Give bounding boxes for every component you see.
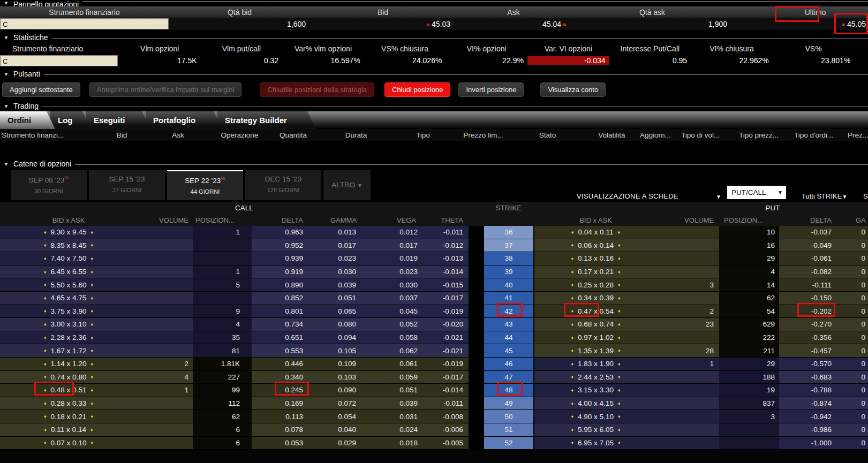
trading-col-10[interactable]: Aggiorn... [640,131,681,139]
trading-col-1[interactable]: Bid [102,131,142,139]
expiry-tab-dec-15-23[interactable]: DEC 15 '23128 GIORNI [245,170,321,200]
col-var-vi[interactable]: Var. VI opzioni [527,44,609,53]
put-volume-header[interactable]: VOLUME [651,216,719,224]
strike-cell[interactable]: 36 [484,226,533,239]
trading-col-9[interactable]: Volatilità [584,131,640,139]
expiry-tab-sep-22-23[interactable]: SEP 22 '23W44 GIORNI [167,170,243,200]
c-bid-ask-cell[interactable]: ♦3.00 x 3.10♦ [0,318,107,331]
col-strumento[interactable]: Strumento finanziario [0,44,119,53]
c-bid-ask-cell[interactable]: ♦0.18 x 0.21♦ [0,410,107,423]
c-bid-ask-cell[interactable]: ♦7.40 x 7.50♦ [0,252,107,265]
p-bid-ask-cell[interactable]: ♦0.34 x 0.39♦ [534,292,651,305]
col-qta-ask[interactable]: Qtà ask [572,8,733,17]
action-button-aggiungi-sottostante[interactable]: Aggiungi sottostante [2,82,80,97]
put-gamma-header[interactable]: GA [835,216,868,224]
trading-col-8[interactable]: Stato [511,131,584,139]
p-bid-ask-cell[interactable]: ♦5.95 x 6.05♦ [534,423,651,436]
c-bid-ask-cell[interactable]: ♦6.45 x 6.55♦ [0,265,107,278]
trading-col-7[interactable]: Prezzo lim... [455,131,511,139]
c-bid-ask-cell[interactable]: ♦4.65 x 4.75♦ [0,292,107,305]
action-button-inverti-posizione[interactable]: Inverti posizione [458,82,524,97]
putcall-filter-dropdown[interactable]: PUT/CALL ▼ [727,186,786,199]
p-bid-ask-cell[interactable]: ♦0.47 x 0.54♦ [534,305,651,318]
view-mode-dropdown-icon[interactable]: ▼ [716,194,721,200]
call-delta-header[interactable]: DELTA [252,216,308,224]
action-button-anteprima-ordine-verifica-im[interactable]: Anteprima ordine/verifica impatto sui ma… [89,82,242,97]
trading-col-13[interactable]: Tipo d'ordi... [794,131,848,139]
p-bid-ask-cell[interactable]: ♦0.25 x 0.28♦ [534,278,651,291]
p-bid-ask-cell[interactable]: ♦0.04 x 0.11♦ [534,226,651,239]
tab-ordini[interactable]: Ordini [0,111,55,129]
tab-log[interactable]: Log [50,111,91,129]
p-bid-ask-cell[interactable]: ♦0.13 x 0.16♦ [534,252,651,265]
last-price-value[interactable]: 45.05 [733,20,868,28]
trading-col-4[interactable]: Quantità [265,131,321,139]
c-bid-ask-cell[interactable]: ♦1.14 x 1.20♦ [0,358,107,370]
col-vs[interactable]: VS% [773,44,855,53]
collapse-triangle-icon[interactable]: ▼ [3,103,10,109]
trading-col-14[interactable]: Prez... [848,131,868,139]
collapse-triangle-icon[interactable]: ▼ [3,35,10,41]
strike-filter-dropdown[interactable]: Tutti STRIKE▼ [802,192,847,200]
collapse-triangle-icon[interactable]: ▼ [3,0,10,6]
strike-cell[interactable]: 42 [484,305,533,318]
strike-cell[interactable]: 48 [484,384,533,397]
symbol-input[interactable]: C [0,18,169,29]
strike-cell[interactable]: 40 [484,278,533,291]
trading-col-3[interactable]: Operazione [214,131,265,139]
call-volume-header[interactable]: VOLUME [107,216,193,224]
p-bid-ask-cell[interactable]: ♦4.00 x 4.15♦ [534,397,651,410]
c-bid-ask-cell[interactable]: ♦0.48 x 0.51♦ [0,384,107,397]
trading-col-6[interactable]: Tipo [391,131,455,139]
col-ask[interactable]: Ask [455,8,572,17]
strike-cell[interactable]: 44 [484,331,533,344]
col-vs-chiusura[interactable]: VS% chiusura [364,44,446,53]
trading-col-12[interactable]: Tipo prezz... [739,131,794,139]
c-bid-ask-cell[interactable]: ♦5.50 x 5.60♦ [0,278,107,291]
c-bid-ask-cell[interactable]: ♦0.28 x 0.33♦ [0,397,107,410]
p-bid-ask-cell[interactable]: ♦0.68 x 0.74♦ [534,318,651,331]
expiry-tab-sep-15-23[interactable]: SEP 15 '2337 GIORNI [89,170,165,200]
c-bid-ask-cell[interactable]: ♦9.30 x 9.45♦ [0,226,107,239]
trading-col-2[interactable]: Ask [142,131,214,139]
collapse-triangle-icon[interactable]: ▼ [3,71,10,77]
p-bid-ask-cell[interactable]: ♦1.35 x 1.39♦ [534,344,651,357]
strike-cell[interactable]: 46 [484,358,533,370]
c-bid-ask-cell[interactable]: ♦0.74 x 0.80♦ [0,371,107,384]
action-button-chiudile-posizioni-della-str[interactable]: Chiudile posizioni della strategia [260,82,374,97]
p-bid-ask-cell[interactable]: ♦1.83 x 1.90♦ [534,358,651,370]
expiry-tab-sep-08-23[interactable]: SEP 08 '23W30 GIORNI [11,170,87,200]
expiry-tab-altro[interactable]: ALTRO ▼ [323,170,371,200]
put-delta-header[interactable]: DELTA [779,216,835,224]
strike-cell[interactable]: 43 [484,318,533,331]
c-bid-ask-cell[interactable]: ♦1.67 x 1.72♦ [0,344,107,357]
col-vi-opzioni[interactable]: VI% opzioni [446,44,527,53]
call-position-header[interactable]: POSIZION... [193,216,252,224]
qta-ask-value[interactable]: 1,900 [572,20,733,28]
p-bid-ask-cell[interactable]: ♦0.17 x 0.21♦ [534,265,651,278]
strike-cell[interactable]: 52 [484,437,533,450]
collapse-triangle-icon[interactable]: ▼ [3,161,10,167]
tab-strategy-builder[interactable]: Strategy Builder [217,111,316,129]
strike-cell[interactable]: 41 [484,292,533,305]
strike-cell[interactable]: 50 [484,410,533,423]
view-mode-dropdown[interactable]: VISUALIZZAZIONE A SCHEDE [577,192,678,200]
trading-col-11[interactable]: Tipo di vol... [681,131,739,139]
put-position-header[interactable]: POSIZION... [719,216,779,224]
strike-cell[interactable]: 39 [484,265,533,278]
strike-cell[interactable]: 47 [484,371,533,384]
col-var-vlm[interactable]: Var% vlm opzioni [282,44,364,53]
col-vlm-opzioni[interactable]: Vlm opzioni [119,44,201,53]
call-bidask-header[interactable]: BID x ASK [0,216,107,224]
c-bid-ask-cell[interactable]: ♦8.35 x 8.45♦ [0,239,107,252]
strike-cell[interactable]: 45 [484,344,533,357]
trading-col-0[interactable]: Strumento finanzi... [0,131,102,139]
action-button-chiudi-posizione[interactable]: Chiudi posizione [384,82,450,97]
col-qta-bid[interactable]: Qtà bid [169,8,311,17]
ask-value[interactable]: 45.04 [455,20,572,28]
p-bid-ask-cell[interactable]: ♦4.90 x 5.10♦ [534,410,651,423]
qta-bid-value[interactable]: 1,600 [169,20,311,28]
col-strumento-finanziario[interactable]: Strumento finanziario [0,8,169,17]
symbol-input[interactable]: C [0,55,118,66]
tab-eseguiti[interactable]: Eseguiti [86,111,150,129]
